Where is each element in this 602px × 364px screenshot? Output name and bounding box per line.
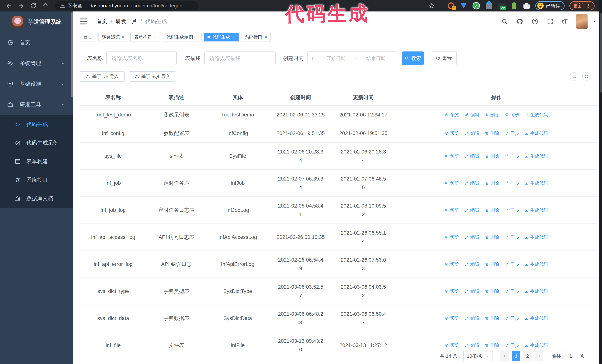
action-pencil[interactable]: 编辑 (465, 287, 479, 295)
browser-reload-icon[interactable] (30, 2, 37, 9)
next-page-button[interactable] (535, 351, 543, 361)
extension-paused-badge[interactable]: 已暂停 (535, 1, 565, 10)
tab-close-icon[interactable]: × (122, 35, 124, 39)
breadcrumb-item-1[interactable]: 研发工具 (116, 18, 137, 25)
green-check-circle-icon[interactable]: ✓ (472, 2, 480, 10)
action-download[interactable]: 生成代码 (525, 287, 548, 295)
action-sync[interactable]: 同步 (505, 152, 519, 160)
action-trash[interactable]: 删除 (485, 287, 499, 295)
page-button-1[interactable]: 1 (512, 351, 520, 361)
action-eye[interactable]: 预览 (445, 152, 459, 160)
action-pencil[interactable]: 编辑 (465, 129, 479, 137)
sidebar-subitem-4[interactable]: 数据库文档 (0, 189, 73, 208)
table-row[interactable]: inf_job定时任务表InfJob2021-02-07 06:39:3 420… (80, 170, 598, 197)
blue-gem-icon[interactable] (460, 2, 468, 10)
date-start-placeholder[interactable]: 开始日期 (319, 55, 353, 62)
goto-page-input[interactable] (564, 351, 577, 361)
table-row[interactable]: inf_api_error_logAPI 错误日志InfApiErrorLog2… (80, 251, 598, 278)
action-trash[interactable]: 删除 (485, 314, 499, 322)
browser-page-scrollbar[interactable] (599, 0, 602, 364)
tab-5[interactable]: 系统接口× (241, 32, 271, 42)
action-download[interactable]: 生成代码 (525, 233, 548, 241)
action-sync[interactable]: 同步 (505, 129, 519, 137)
action-sync[interactable]: 同步 (505, 260, 519, 269)
sidebar-item-0[interactable]: 首页 (0, 32, 73, 53)
action-sync[interactable]: 同步 (505, 287, 519, 295)
toggle-search-button[interactable] (570, 72, 579, 81)
table-row[interactable]: sys_dict_type字典类型表SysDictType2021-03-06 … (80, 278, 598, 305)
page-size-select[interactable]: 10条/页 (463, 351, 493, 361)
action-pencil[interactable]: 编辑 (465, 341, 479, 350)
browser-update-button[interactable]: 更新 ⋮ (570, 1, 595, 10)
green-plant-icon[interactable] (510, 2, 518, 10)
sidebar-logo-row[interactable]: 芋道管理系统 (0, 11, 73, 32)
action-eye[interactable]: 预览 (445, 287, 459, 295)
action-eye[interactable]: 预览 (445, 314, 459, 322)
kebab-menu-icon[interactable]: ⋮ (586, 3, 591, 9)
browser-home-icon[interactable] (42, 2, 49, 9)
action-pencil[interactable]: 编辑 (465, 260, 479, 269)
sidebar-scrollbar[interactable] (71, 12, 73, 97)
tab-close-icon[interactable]: × (232, 35, 235, 39)
action-pencil[interactable]: 编辑 (465, 179, 479, 187)
bookmark-star-icon[interactable] (429, 3, 435, 9)
action-eye[interactable]: 预览 (445, 206, 459, 214)
tab-2[interactable]: 表单构建× (130, 32, 161, 42)
action-trash[interactable]: 删除 (485, 233, 499, 241)
action-trash[interactable]: 删除 (485, 129, 499, 137)
page-button-2[interactable]: 2 (523, 351, 532, 361)
sidebar-item-2[interactable]: 基础设施 (0, 74, 73, 94)
action-download[interactable]: 生成代码 (525, 206, 548, 214)
action-pencil[interactable]: 编辑 (465, 206, 479, 214)
action-eye[interactable]: 预览 (445, 260, 459, 269)
tab-4[interactable]: 代码生成× (204, 32, 239, 42)
table-desc-input[interactable] (204, 52, 276, 65)
action-download[interactable]: 生成代码 (525, 111, 548, 119)
tab-3[interactable]: 代码生成示例× (163, 32, 202, 42)
tab-close-icon[interactable]: × (265, 35, 267, 39)
date-range-picker[interactable]: 开始日期 - 结束日期 (308, 52, 396, 65)
action-eye[interactable]: 预览 (445, 233, 459, 241)
search-button[interactable]: 搜索 (402, 52, 424, 65)
action-pencil[interactable]: 编辑 (465, 152, 479, 160)
action-eye[interactable]: 预览 (445, 129, 459, 137)
action-download[interactable]: 生成代码 (525, 341, 548, 350)
table-row[interactable]: inf_job_log定时任务日志表InfJobLog2021-02-08 04… (80, 197, 598, 224)
action-pencil[interactable]: 编辑 (465, 111, 479, 119)
date-end-placeholder[interactable]: 结束日期 (359, 55, 392, 62)
prev-page-button[interactable] (500, 351, 509, 361)
reset-button[interactable]: 重置 (431, 52, 457, 65)
search-icon[interactable] (501, 18, 508, 25)
action-trash[interactable]: 删除 (485, 152, 499, 160)
action-trash[interactable]: 删除 (485, 260, 499, 269)
action-sync[interactable]: 同步 (505, 179, 519, 187)
sidebar-item-3[interactable]: 研发工具 (0, 94, 73, 115)
user-avatar[interactable] (576, 14, 588, 29)
table-row[interactable]: inf_api_access_logAPI 访问日志表InfApiAccessL… (80, 224, 598, 251)
action-trash[interactable]: 删除 (485, 179, 499, 187)
action-eye[interactable]: 预览 (445, 341, 459, 350)
orange-circle-badge-icon[interactable]: 1 (447, 2, 455, 10)
action-eye[interactable]: 预览 (445, 179, 459, 187)
sidebar-subitem-3[interactable]: 系统接口 (0, 171, 73, 189)
action-download[interactable]: 生成代码 (525, 314, 548, 322)
table-row[interactable]: sys_file文件表SysFile2021-02-06 20:28:3 420… (80, 143, 598, 170)
dark-on-badge-icon[interactable]: on (497, 2, 505, 10)
tab-1[interactable]: 链路追踪× (98, 32, 128, 42)
action-download[interactable]: 生成代码 (525, 152, 548, 160)
refresh-table-button[interactable] (582, 72, 591, 81)
action-trash[interactable]: 删除 (485, 206, 499, 214)
action-sync[interactable]: 同步 (505, 233, 519, 241)
puzzle-piece-icon[interactable] (523, 2, 530, 10)
address-bar[interactable]: 不安全 dashboard.yudao.iocoder.cn/tool/code… (55, 1, 199, 10)
action-sync[interactable]: 同步 (505, 341, 519, 350)
import-sql-button[interactable]: 基于 SQL 导入 (129, 71, 176, 82)
avatar-caret-down-icon[interactable] (593, 20, 597, 23)
action-download[interactable]: 生成代码 (525, 179, 548, 187)
fullscreen-icon[interactable] (547, 18, 553, 25)
tab-close-icon[interactable]: × (154, 35, 157, 39)
action-sync[interactable]: 同步 (505, 314, 519, 322)
table-row[interactable]: inf_config参数配置表InfConfig2021-02-06 19:51… (80, 124, 598, 143)
breadcrumb-item-0[interactable]: 首页 (97, 18, 108, 25)
action-eye[interactable]: 预览 (445, 111, 459, 119)
